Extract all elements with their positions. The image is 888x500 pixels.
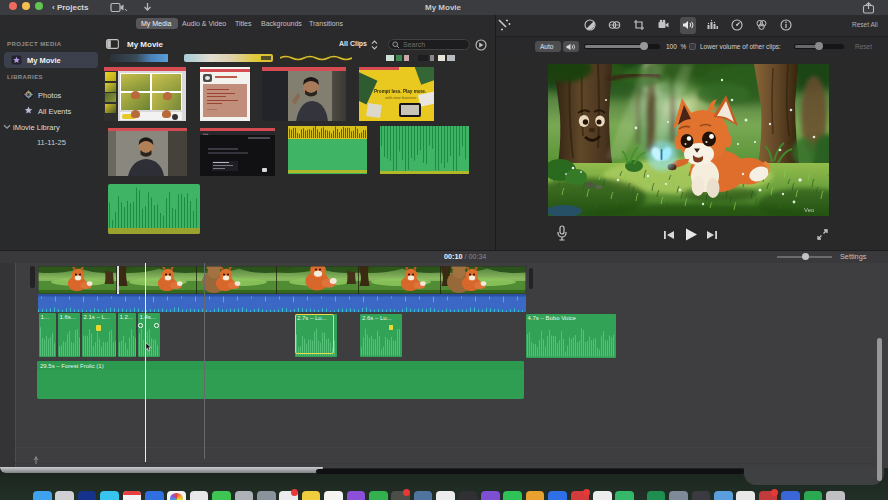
svg-text:Veo: Veo <box>804 207 815 213</box>
